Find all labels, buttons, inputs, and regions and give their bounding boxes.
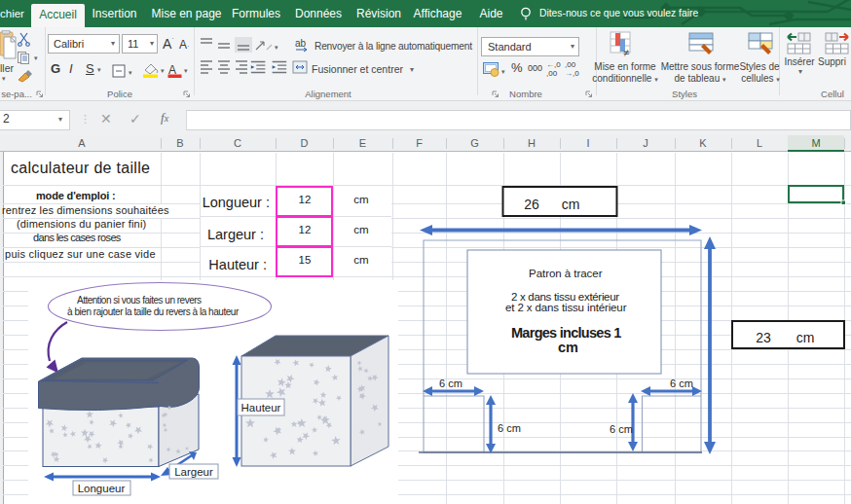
svg-text:Longueur :: Longueur :	[203, 195, 270, 210]
svg-text:▾: ▾	[129, 69, 132, 76]
svg-text:cm: cm	[796, 330, 815, 345]
svg-text:cm: cm	[353, 224, 368, 235]
svg-text:et 2 x dans tissu intérieur: et 2 x dans tissu intérieur	[505, 302, 627, 313]
svg-text:Attention si vous faites un re: Attention si vous faites un revers	[77, 295, 202, 306]
svg-text:▾: ▾	[275, 44, 278, 51]
svg-text:26: 26	[524, 197, 539, 212]
svg-text:A: A	[168, 63, 176, 77]
svg-text:Hauteur :: Hauteur :	[208, 257, 267, 272]
svg-text:6 cm: 6 cm	[498, 422, 521, 434]
svg-text:calculateur de taille: calculateur de taille	[11, 160, 150, 176]
svg-text:cm: cm	[562, 197, 580, 212]
svg-text:Patron à tracer: Patron à tracer	[529, 268, 603, 279]
svg-text:6 cm: 6 cm	[670, 378, 693, 389]
svg-text:12: 12	[299, 224, 312, 235]
svg-text:puis cliquez sur une case vide: puis cliquez sur une case vide	[5, 248, 156, 260]
svg-text:ab: ab	[295, 38, 307, 49]
svg-text:≠: ≠	[623, 47, 629, 57]
svg-text:▾: ▾	[184, 67, 188, 74]
svg-text:▾: ▾	[501, 68, 505, 75]
svg-text:23: 23	[756, 330, 771, 345]
svg-text:cm: cm	[353, 254, 368, 266]
svg-text:mode d'emploi :: mode d'emploi :	[36, 190, 116, 201]
svg-text:12: 12	[299, 194, 312, 205]
svg-text:(dimensions du panier fini): (dimensions du panier fini)	[17, 218, 146, 230]
svg-text:Hauteur: Hauteur	[241, 402, 281, 414]
svg-text:dans les cases roses: dans les cases roses	[33, 232, 122, 243]
svg-text:6 cm: 6 cm	[610, 423, 633, 435]
svg-text:▾: ▾	[161, 67, 165, 74]
svg-text:▾: ▾	[34, 54, 38, 61]
svg-text:cm: cm	[353, 194, 368, 205]
svg-text:Marges incluses 1: Marges incluses 1	[511, 325, 621, 341]
svg-text:6 cm: 6 cm	[439, 378, 462, 389]
svg-text:Largeur: Largeur	[174, 466, 213, 478]
svg-text:cm: cm	[558, 340, 578, 355]
svg-text:15: 15	[299, 254, 312, 266]
svg-text:Largeur :: Largeur :	[207, 227, 264, 242]
svg-text:2 x dans tissu extérieur: 2 x dans tissu extérieur	[511, 291, 619, 303]
svg-text:Longueur: Longueur	[78, 483, 126, 494]
svg-text:à bien rajouter la taille du r: à bien rajouter la taille du revers à la…	[67, 306, 240, 317]
svg-text:rentrez les dimensions souhait: rentrez les dimensions souhaitées	[2, 204, 169, 216]
